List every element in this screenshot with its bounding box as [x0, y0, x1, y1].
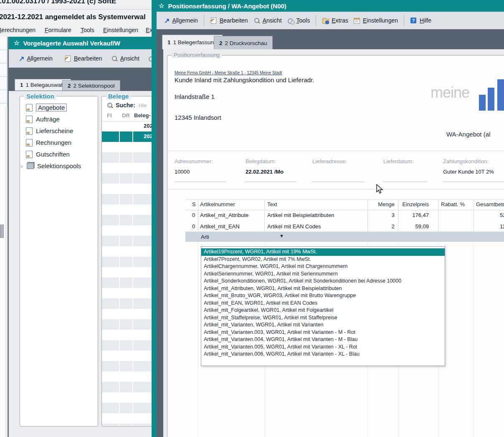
tree-item-selektionspools-label: Selektionspools	[37, 162, 81, 169]
bg-window-titlebar[interactable]: ☆ Vorgelagerte Auswahl Verkauf/W	[9, 37, 155, 49]
dropdown-item[interactable]: Artikel_mit_Varianten.004, WGR01, Artike…	[201, 336, 445, 344]
fg-menu-bearbeiten-label: Bearbeiten	[220, 17, 248, 24]
dropdown-item[interactable]: ArtikelSeriennummer, WGR01, Artikel mit …	[201, 270, 445, 278]
lieferadresse-label: Lieferadresse:	[312, 158, 347, 164]
artikel-entry-input[interactable]	[200, 232, 264, 241]
bg-menu-allgemein[interactable]: ↗ Allgemein	[19, 55, 53, 63]
col-menge[interactable]: Menge	[367, 201, 395, 207]
logo-bar-icon	[488, 88, 494, 111]
search-icon	[106, 102, 113, 109]
bg-menu-bearbeiten[interactable]: Bearbeiten	[64, 55, 102, 62]
fg-menu-tools[interactable]: Tools	[287, 17, 310, 24]
fg-menu-ansicht[interactable]: Ansicht	[253, 17, 282, 24]
main-app-bar: 0.01.002.03170 / 1993-2021 (c) SoftE 202…	[0, 0, 159, 38]
col-rabatt[interactable]: Rabatt. %	[441, 201, 465, 207]
gears-icon	[287, 17, 294, 24]
logo-bar-icon	[479, 95, 486, 111]
adressnummer-value[interactable]: 10000	[175, 169, 190, 175]
entry-dropdown-arrow-icon[interactable]: ▼	[279, 233, 284, 238]
expander-icon[interactable]: ▹	[21, 163, 23, 169]
dropdown-item[interactable]: Artikel_mit_EAN, WGR01, Artikel mit EAN …	[201, 300, 445, 307]
menu-berechnungen[interactable]: Berechnungen	[0, 27, 35, 33]
col-artikelnummer[interactable]: Artikelnummer	[200, 201, 235, 207]
tree-item-gutschriften[interactable]: Gutschriften	[26, 150, 98, 159]
position-entry-row[interactable]: ▼	[185, 232, 504, 242]
bg-tabstrip: 11 Belegauswahl 22 Selektionspool	[9, 68, 155, 91]
fg-menu-extras[interactable]: Extras	[322, 17, 348, 24]
col-text[interactable]: Text	[267, 201, 277, 207]
col-fi[interactable]: FI	[107, 112, 112, 119]
fg-menu-bearbeiten[interactable]: Bearbeiten	[210, 17, 248, 24]
fg-menu-allgemein[interactable]: ↗ Allgemein	[164, 17, 198, 25]
selektion-legend: Selektion	[24, 93, 56, 100]
col-gesamtbetrag[interactable]: Gesamtbetra	[476, 201, 504, 207]
field-underline	[312, 182, 365, 182]
dropdown-item[interactable]: Artikel_mit_Brutto_WGR, WGR03, Artikel m…	[201, 292, 445, 300]
dropdown-item[interactable]: Artikel_mit_Varianten.005, WGR01, Artike…	[201, 344, 445, 351]
fg-menu-tools-label: Tools	[296, 17, 310, 24]
fg-window-border	[152, 0, 157, 437]
belege-row-2-selected[interactable]: 202	[102, 131, 155, 142]
sender-address-line[interactable]: Meine Firma GmbH - Meine Straße 1 - 1234…	[175, 71, 317, 75]
tree-item-rechnungen[interactable]: Rechnungen	[26, 138, 98, 147]
dropdown-item[interactable]: Artikel_mit_Staffelpreise, WGR01, Artike…	[201, 314, 445, 322]
field-underline	[443, 182, 504, 182]
dropdown-item[interactable]: ArtikelChargennummer, WGR01, Artikel mit…	[201, 263, 445, 270]
lieferdatum-label: Lieferdatum:	[383, 158, 413, 164]
bg-menu-ansicht[interactable]: Ansicht	[111, 55, 139, 62]
tree-item-selektionspools[interactable]: ▹ Selektionspools	[21, 162, 98, 170]
dropdown-item[interactable]: Artikel_mit_Varianten.006, WGR01, Artike…	[201, 351, 445, 358]
zahlungskondition-value[interactable]: Guter Kunde 10T 2%	[443, 169, 504, 175]
dropdown-item[interactable]: Artikel7Prozent, WGR02, Artikel mit 7% M…	[201, 256, 445, 263]
fg-menu-einstellungen[interactable]: Einstellungen	[353, 17, 398, 24]
field-underline	[383, 182, 427, 182]
favorite-star-icon[interactable]: ☆	[159, 2, 164, 10]
divider	[168, 151, 504, 151]
col-s[interactable]: S	[192, 201, 196, 207]
search-hint[interactable]: Hie	[139, 102, 147, 109]
tree-item-auftraege[interactable]: Aufträge	[26, 115, 98, 124]
fg-window-titlebar[interactable]: ☆ Positionserfassung / WA-Angebot (N00)	[152, 0, 504, 12]
document-icon	[26, 127, 33, 135]
logo-bar-icon	[497, 79, 504, 111]
col-einzelpreis[interactable]: Einzelpreis	[399, 201, 429, 207]
toolbar-separator	[204, 15, 204, 26]
dropdown-item[interactable]: Artikel_Sonderkonditionen, WGR01, Artike…	[201, 278, 445, 285]
settings-card-icon	[353, 17, 360, 24]
magnifier-icon	[253, 17, 260, 24]
belege-table-header: FI DR Beleg-	[102, 111, 155, 121]
cell-einzelpreis: 176,47	[399, 212, 429, 218]
belege-row-1[interactable]: 202	[102, 121, 155, 131]
bg-window: ☆ Vorgelagerte Auswahl Verkauf/W ↗ Allge…	[8, 37, 155, 437]
menu-einstellungen[interactable]: Einstellungen	[103, 27, 138, 33]
menu-formulare[interactable]: Formulare	[45, 27, 71, 33]
belegdatum-label: Belegdatum:	[246, 158, 276, 164]
customer-street[interactable]: Inlandstraße 1	[175, 93, 215, 100]
menu-tools[interactable]: Tools	[81, 27, 94, 33]
dropdown-item[interactable]: Artikel_mit_Folgeartikel, WGR01, Artikel…	[201, 307, 445, 314]
tab-druckvorschau[interactable]: 22 Druckvorschau	[214, 36, 273, 50]
col-beleg[interactable]: Beleg-	[134, 112, 151, 119]
dropdown-item[interactable]: Artikel19Prozent, WGR01, Artikel mit 19%…	[201, 248, 445, 256]
dropdown-item[interactable]: Artikel_mit_Attributen, WGR01, Artikel m…	[201, 285, 445, 293]
left-edge-panel	[0, 37, 7, 107]
positionserfassung-legend: Positionserfassung	[172, 52, 222, 58]
dropdown-item[interactable]: Artikel_mit_Varianten, WGR01, Artikel mi…	[201, 321, 445, 329]
favorite-star-icon[interactable]: ☆	[14, 39, 19, 47]
col-dr[interactable]: DR	[122, 112, 130, 119]
tab-selektionspool[interactable]: 22 Selektionspool	[62, 80, 120, 91]
customer-name[interactable]: Kunde Inland mit Zahlungskondition und L…	[175, 76, 314, 83]
bg-tab-page: Selektion Angebote Aufträge Lieferschein…	[9, 91, 155, 437]
tree-item-lieferscheine[interactable]: Lieferscheine	[26, 126, 98, 135]
folder-icon	[322, 17, 329, 24]
document-icon	[26, 139, 33, 147]
cell-gesamtbetrag: 52	[500, 212, 504, 218]
tree-item-angebote[interactable]: Angebote	[26, 103, 98, 112]
belegdatum-value[interactable]: 22.02.2021 /Mo	[246, 169, 284, 175]
toolbar-separator	[404, 15, 404, 26]
customer-city[interactable]: 12345 Inlandsort	[175, 114, 221, 121]
tab-belegerfassung[interactable]: 11 Belegerfassung	[162, 35, 223, 50]
fg-menu-hilfe[interactable]: ? Hilfe	[410, 17, 431, 24]
dropdown-item[interactable]: Artikel_mit_Varianten.003, WGR01, Artike…	[201, 329, 445, 336]
bg-window-title: Vorgelagerte Auswahl Verkauf/W	[23, 40, 120, 47]
